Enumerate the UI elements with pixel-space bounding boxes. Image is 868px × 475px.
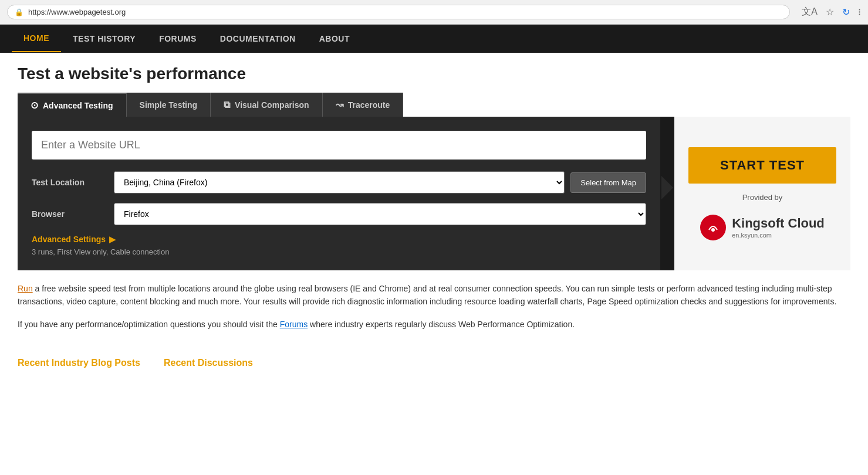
select-from-map-button[interactable]: Select from Map — [570, 172, 646, 193]
description-text-2-pre: If you have any performance/optimization… — [18, 320, 280, 329]
recent-blog-title: Recent Industry Blog Posts — [18, 358, 140, 368]
tab-simple-testing-label: Simple Testing — [140, 100, 198, 110]
provider-logo: Kingsoft Cloud en.ksyun.com — [700, 215, 825, 240]
advanced-testing-icon: ⊙ — [31, 100, 38, 111]
address-bar[interactable]: 🔒 https://www.webpagetest.org — [7, 5, 790, 19]
favorites-icon[interactable]: ☆ — [826, 6, 834, 18]
description-text-1: a free website speed test from multiple … — [18, 284, 836, 306]
description-text-2-post: where industry experts regularly discuss… — [310, 320, 575, 329]
provider-name: Kingsoft Cloud — [732, 216, 825, 231]
browser-row: Browser Firefox — [32, 203, 646, 225]
bottom-sections: Recent Industry Blog Posts Recent Discus… — [18, 352, 850, 373]
advanced-settings-desc: 3 runs, First View only, Cable connectio… — [32, 247, 646, 256]
tabs-container: ⊙ Advanced Testing Simple Testing ⧉ Visu… — [18, 93, 850, 117]
translate-icon[interactable]: 文A — [802, 6, 818, 18]
tab-traceroute[interactable]: ↝ Traceroute — [323, 93, 404, 117]
url-input[interactable] — [32, 131, 646, 160]
nav-about[interactable]: ABOUT — [308, 26, 362, 52]
nav-documentation[interactable]: DOCUMENTATION — [208, 26, 308, 52]
advanced-settings-arrow-icon: ▶ — [109, 235, 116, 244]
tab-advanced-testing-label: Advanced Testing — [43, 101, 113, 110]
browser-dropdown[interactable]: Firefox — [114, 203, 646, 225]
nav-bar: HOME TEST HISTORY FORUMS DOCUMENTATION A… — [0, 25, 868, 53]
panel-arrow — [661, 176, 673, 199]
tab-advanced-testing[interactable]: ⊙ Advanced Testing — [18, 93, 127, 117]
recent-discussions-title: Recent Discussions — [164, 358, 253, 368]
location-label: Test Location — [32, 178, 108, 187]
test-panel: Test Location Beijing, China (Firefox) S… — [18, 117, 660, 270]
location-dropdown[interactable]: Beijing, China (Firefox) — [114, 171, 565, 194]
reload-icon[interactable]: ↻ — [842, 6, 850, 18]
advanced-settings-toggle[interactable]: Advanced Settings ▶ — [32, 235, 646, 244]
provided-by-text: Provided by — [742, 193, 783, 202]
page-title: Test a website's performance — [18, 65, 850, 83]
nav-home[interactable]: HOME — [12, 25, 61, 52]
nav-test-history[interactable]: TEST HISTORY — [61, 26, 147, 52]
tab-visual-comparison[interactable]: ⧉ Visual Comparison — [211, 93, 323, 117]
visual-comparison-icon: ⧉ — [224, 100, 230, 110]
provider-name-block: Kingsoft Cloud en.ksyun.com — [732, 216, 825, 238]
provider-icon — [700, 215, 726, 240]
location-controls: Beijing, China (Firefox) Select from Map — [114, 171, 646, 194]
advanced-settings-label: Advanced Settings — [32, 235, 106, 244]
url-text: https://www.webpagetest.org — [28, 8, 126, 16]
browser-label: Browser — [32, 209, 108, 219]
recent-discussions-section: Recent Discussions — [164, 358, 253, 373]
run-link[interactable]: Run — [18, 284, 33, 293]
browser-icons: 文A ☆ ↻ ⁝ — [802, 6, 861, 18]
tab-simple-testing[interactable]: Simple Testing — [127, 93, 211, 117]
description-paragraph-1: Run a free website speed test from multi… — [18, 282, 850, 308]
test-panel-inner: Test Location Beijing, China (Firefox) S… — [32, 131, 646, 256]
lock-icon: 🔒 — [15, 8, 23, 16]
tab-traceroute-label: Traceroute — [348, 100, 390, 110]
start-test-button[interactable]: START TEST — [688, 147, 836, 184]
location-row: Test Location Beijing, China (Firefox) S… — [32, 171, 646, 194]
description-area: Run a free website speed test from multi… — [18, 270, 850, 352]
provider-sub: en.ksyun.com — [732, 232, 825, 239]
forums-link[interactable]: Forums — [280, 320, 308, 329]
recent-blog-section: Recent Industry Blog Posts — [18, 358, 140, 373]
svg-point-0 — [705, 219, 721, 236]
traceroute-icon: ↝ — [336, 99, 343, 110]
tab-visual-comparison-label: Visual Comparison — [235, 100, 309, 110]
menu-icon[interactable]: ⁝ — [858, 6, 861, 18]
description-paragraph-2: If you have any performance/optimization… — [18, 318, 850, 331]
main-content: Test a website's performance ⊙ Advanced … — [0, 53, 868, 385]
svg-point-1 — [711, 228, 715, 232]
browser-chrome: 🔒 https://www.webpagetest.org 文A ☆ ↻ ⁝ — [0, 0, 868, 25]
nav-forums[interactable]: FORUMS — [147, 26, 208, 52]
